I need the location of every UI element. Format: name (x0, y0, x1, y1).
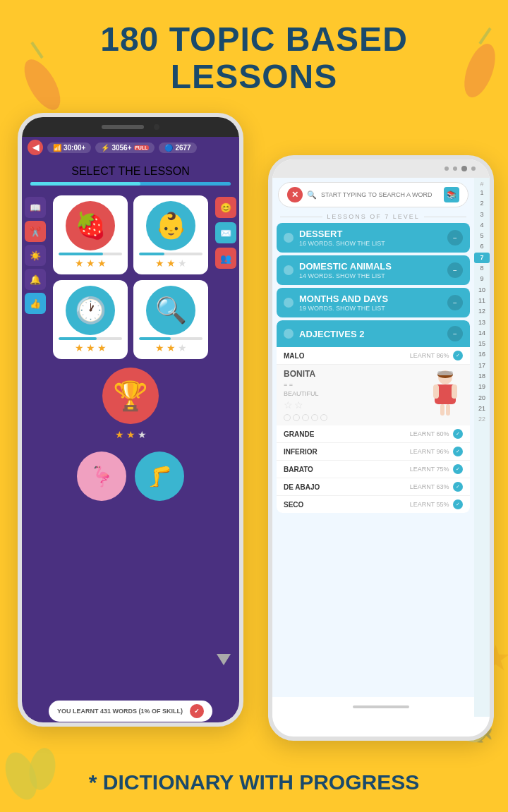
sidebar-book-icon[interactable]: 📖 (25, 197, 46, 218)
num-10[interactable]: 10 (478, 285, 485, 296)
num-3[interactable]: 3 (480, 210, 483, 220)
stars-row-3: ★ ★ ★ (75, 342, 107, 353)
word-row-malo[interactable]: MALO LEARNT 86% ✓ (277, 347, 470, 365)
adjectives-title: ADJECTIVES 2 (299, 329, 364, 339)
star-3-3: ★ (97, 342, 107, 353)
bonita-word: BONITA (284, 369, 327, 379)
flamingo-row: 🦩 🦵 (53, 452, 208, 501)
dessert-collapse-icon[interactable]: − (447, 230, 463, 246)
phone-left: ◀ 📶 30:00+ ⚡ 3056+ FULL 🔵 2677 SELECT TH… (18, 113, 243, 727)
num-7[interactable]: 7 (474, 253, 490, 263)
back-button[interactable]: ◀ (28, 140, 43, 155)
phone-right-bottom (272, 697, 490, 717)
sidebar-sun-icon[interactable]: ☀️ (25, 245, 46, 266)
leg-icon[interactable]: 🦵 (135, 452, 184, 501)
notch-dot-3 (471, 166, 476, 171)
num-18[interactable]: 18 (478, 371, 485, 382)
phone-speaker (102, 125, 144, 129)
num-19[interactable]: 19 (478, 382, 485, 392)
num-16[interactable]: 16 (478, 349, 485, 360)
domestic-title: DOMESTIC ANIMALS (299, 261, 392, 272)
num-12[interactable]: 12 (478, 306, 485, 317)
lesson-item-trophy[interactable]: 🏆 ★ ★ ★ (53, 365, 208, 443)
num-11[interactable]: 11 (478, 296, 485, 306)
lesson-progress-4 (139, 337, 202, 340)
lesson-item-clock[interactable]: 🕐 ★ ★ ★ (53, 280, 128, 359)
learnt-bar: YOU LEARNT 431 WORDS (1% OF SKILL) ✓ (49, 701, 212, 722)
time-pill: 📶 30:00+ (47, 143, 91, 153)
star-4-2: ★ (167, 342, 176, 353)
word-row-deabajo[interactable]: DE ABAJO LEARNT 63% ✓ (277, 478, 470, 496)
deabajo-circle: ✓ (453, 482, 463, 492)
search-input[interactable] (321, 191, 440, 198)
lesson-item-baby[interactable]: 👶 ★ ★ ★ (133, 195, 208, 274)
bonita-left: BONITA = = BEAUTIFUL ☆ ☆ (284, 369, 327, 421)
lesson-header-wrap: SELECT THE LESSON (22, 158, 239, 191)
sidebar-group-icon[interactable]: 👥 (215, 248, 236, 269)
adjectives-collapse-icon[interactable]: − (447, 326, 463, 341)
adjectives-header[interactable]: ADJECTIVES 2 − (277, 320, 470, 347)
grande-learnt: LEARNT 60% ✓ (410, 429, 463, 439)
notch-dot-large (461, 166, 467, 171)
deabajo-learnt: LEARNT 63% ✓ (410, 482, 463, 492)
num-8[interactable]: 8 (480, 263, 483, 274)
num-14[interactable]: 14 (478, 328, 485, 339)
num-13[interactable]: 13 (478, 317, 485, 328)
sidebar-scissors-icon[interactable]: ✂️ (25, 221, 46, 242)
word-row-grande[interactable]: GRANDE LEARNT 60% ✓ (277, 425, 470, 443)
book-icon[interactable]: 📚 (444, 187, 459, 202)
bonita-expanded-row[interactable]: BONITA = = BEAUTIFUL ☆ ☆ (277, 365, 470, 425)
lesson-item-search[interactable]: 🔍 ★ ★ ★ (133, 280, 208, 359)
lesson-row-months[interactable]: MONTHS AND DAYS 19 WORDS. SHOW THE LIST … (277, 288, 470, 317)
num-17[interactable]: 17 (478, 360, 485, 371)
sidebar-face-icon[interactable]: 😊 (215, 197, 236, 218)
svg-rect-21 (437, 371, 453, 375)
word-row-inferior[interactable]: INFERIOR LEARNT 96% ✓ (277, 443, 470, 461)
triangle-down-icon (217, 654, 231, 665)
lesson-title: SELECT THE LESSON (71, 165, 189, 178)
search-bar[interactable]: ✕ 🔍 📚 (278, 182, 468, 207)
num-1[interactable]: 1 (480, 188, 483, 198)
num-2[interactable]: 2 (480, 198, 483, 209)
xp-label: FULL (134, 145, 150, 150)
num-22: 22 (478, 414, 485, 425)
phone-right: # 1 2 3 4 5 6 7 8 9 10 11 12 13 14 15 16… (268, 155, 494, 741)
word-row-barato[interactable]: BARATO LEARNT 75% ✓ (277, 461, 470, 478)
lesson-row-dessert[interactable]: DESSERT 16 WORDS. SHOW THE LIST − (277, 223, 470, 253)
word-list: MALO LEARNT 86% ✓ BONITA = = (277, 347, 470, 513)
star-t-1: ★ (115, 429, 124, 440)
close-button[interactable]: ✕ (287, 187, 303, 202)
domestic-collapse-icon[interactable]: − (447, 262, 463, 278)
level-header: LESSONS OF 7 LEVEL (272, 212, 474, 223)
months-collapse-icon[interactable]: − (447, 295, 463, 310)
status-bar: ◀ 📶 30:00+ ⚡ 3056+ FULL 🔵 2677 (22, 137, 239, 158)
b-circle-3 (302, 414, 309, 421)
num-6[interactable]: 6 (480, 241, 483, 252)
flamingo-icon[interactable]: 🦩 (77, 452, 126, 501)
grande-circle: ✓ (453, 429, 463, 439)
lesson-icon-strawberry: 🍓 (66, 201, 115, 250)
left-sidebar: 📖 ✂️ ☀️ 🔔 👍 (22, 191, 49, 320)
character-illustration (428, 369, 463, 418)
search-icon: 🔍 (307, 190, 317, 200)
word-row-seco[interactable]: SECO LEARNT 55% ✓ (277, 496, 470, 513)
num-5[interactable]: 5 (480, 231, 483, 241)
num-9[interactable]: 9 (480, 274, 483, 284)
num-21[interactable]: 21 (478, 404, 485, 414)
coin-icon: 🔵 (164, 144, 173, 152)
num-4[interactable]: 4 (480, 220, 483, 231)
sidebar-bell-icon[interactable]: 🔔 (25, 269, 46, 290)
lesson-item-strawberry[interactable]: 🍓 ★ ★ ★ (53, 195, 128, 274)
lesson-progress-2 (139, 253, 202, 255)
lesson-row-domestic[interactable]: DOMESTIC ANIMALS 14 WORDS. SHOW THE LIST… (277, 255, 470, 285)
time-value: 30:00+ (64, 144, 85, 152)
star-3-2: ★ (86, 342, 95, 353)
sidebar-thumbs-icon[interactable]: 👍 (25, 293, 46, 314)
phone-left-notch (22, 117, 239, 137)
number-sidebar: # 1 2 3 4 5 6 7 8 9 10 11 12 13 14 15 16… (474, 178, 490, 717)
sidebar-envelope-icon[interactable]: ✉️ (215, 222, 236, 243)
lightning-icon: ⚡ (101, 144, 109, 152)
num-15[interactable]: 15 (478, 339, 485, 349)
num-20[interactable]: 20 (478, 393, 485, 404)
lesson-row-left-months: MONTHS AND DAYS 19 WORDS. SHOW THE LIST (284, 293, 388, 312)
